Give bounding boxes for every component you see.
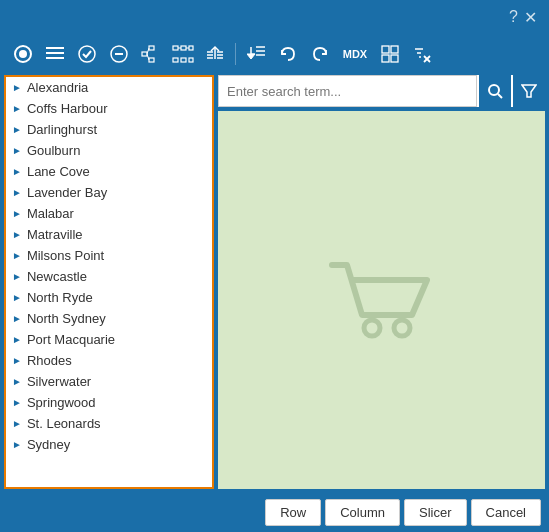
right-panel (218, 75, 545, 489)
column-button[interactable]: Column (325, 499, 400, 526)
toolbar: MDX (0, 35, 549, 73)
chevron-right-icon: ► (12, 124, 22, 135)
chevron-right-icon: ► (12, 145, 22, 156)
svg-rect-33 (382, 55, 389, 62)
svg-rect-31 (382, 46, 389, 53)
sort-button[interactable] (200, 39, 230, 69)
svg-rect-32 (391, 46, 398, 53)
undo-button[interactable] (273, 39, 303, 69)
member-list[interactable]: ►Alexandria►Coffs Harbour►Darlinghurst►G… (6, 77, 212, 487)
redo-button[interactable] (305, 39, 335, 69)
chevron-right-icon: ► (12, 439, 22, 450)
list-item[interactable]: ►Matraville (6, 224, 212, 245)
svg-rect-8 (142, 52, 147, 56)
svg-rect-17 (181, 58, 186, 62)
hierarchy-button[interactable] (136, 39, 166, 69)
chevron-right-icon: ► (12, 208, 22, 219)
chevron-right-icon: ► (12, 166, 22, 177)
list-item[interactable]: ►Sydney (6, 434, 212, 455)
list-item[interactable]: ►Newcastle (6, 266, 212, 287)
svg-rect-16 (173, 58, 178, 62)
slicer-button[interactable]: Slicer (404, 499, 467, 526)
list-item[interactable]: ►Alexandria (6, 77, 212, 98)
list-view-button[interactable] (40, 39, 70, 69)
list-item[interactable]: ►Port Macquarie (6, 329, 212, 350)
grid-button[interactable] (375, 39, 405, 69)
list-item[interactable]: ►Lavender Bay (6, 182, 212, 203)
list-item[interactable]: ►North Ryde (6, 287, 212, 308)
list-item[interactable]: ►Lane Cove (6, 161, 212, 182)
chevron-right-icon: ► (12, 355, 22, 366)
chevron-right-icon: ► (12, 250, 22, 261)
search-button[interactable] (479, 75, 511, 107)
svg-rect-18 (189, 58, 193, 62)
help-icon[interactable]: ? (509, 8, 518, 27)
list-item[interactable]: ►St. Leonards (6, 413, 212, 434)
list-item[interactable]: ►Coffs Harbour (6, 98, 212, 119)
svg-line-11 (147, 48, 149, 54)
chevron-right-icon: ► (12, 334, 22, 345)
svg-rect-15 (189, 46, 193, 50)
member-explorer-window: ? ✕ (0, 0, 549, 532)
select-all-button[interactable] (8, 39, 38, 69)
chevron-right-icon: ► (12, 103, 22, 114)
svg-rect-34 (391, 55, 398, 62)
svg-line-12 (147, 54, 149, 60)
svg-rect-2 (46, 47, 64, 49)
svg-rect-13 (173, 46, 178, 50)
cart-drop-area[interactable] (218, 111, 545, 489)
filter-button[interactable] (513, 75, 545, 107)
svg-point-44 (394, 320, 410, 336)
row-button[interactable]: Row (265, 499, 321, 526)
chevron-right-icon: ► (12, 82, 22, 93)
chevron-right-icon: ► (12, 397, 22, 408)
close-icon[interactable]: ✕ (524, 8, 537, 27)
chevron-right-icon: ► (12, 271, 22, 282)
svg-point-40 (489, 85, 499, 95)
chevron-right-icon: ► (12, 187, 22, 198)
list-item[interactable]: ►North Sydney (6, 308, 212, 329)
list-item[interactable]: ►Springwood (6, 392, 212, 413)
mdx-button[interactable]: MDX (337, 39, 373, 69)
main-content: ►Alexandria►Coffs Harbour►Darlinghurst►G… (0, 73, 549, 493)
svg-rect-9 (149, 46, 154, 50)
search-input[interactable] (218, 75, 477, 107)
svg-marker-42 (522, 85, 536, 97)
svg-line-41 (498, 94, 502, 98)
hierarchy-expand-button[interactable] (168, 39, 198, 69)
minus-button[interactable] (104, 39, 134, 69)
list-item[interactable]: ►Silverwater (6, 371, 212, 392)
filter-remove-button[interactable] (407, 39, 437, 69)
title-bar-icons: ? ✕ (509, 8, 537, 27)
chevron-right-icon: ► (12, 376, 22, 387)
chevron-right-icon: ► (12, 418, 22, 429)
chevron-right-icon: ► (12, 229, 22, 240)
toolbar-separator-1 (235, 43, 236, 65)
member-list-panel: ►Alexandria►Coffs Harbour►Darlinghurst►G… (4, 75, 214, 489)
list-item[interactable]: ►Darlinghurst (6, 119, 212, 140)
svg-rect-3 (46, 52, 64, 54)
cart-icon (322, 250, 442, 350)
cancel-button[interactable]: Cancel (471, 499, 541, 526)
chevron-right-icon: ► (12, 292, 22, 303)
footer: RowColumnSlicerCancel (0, 493, 549, 532)
download-button[interactable] (241, 39, 271, 69)
title-bar: ? ✕ (0, 0, 549, 35)
list-item[interactable]: ►Goulburn (6, 140, 212, 161)
chevron-right-icon: ► (12, 313, 22, 324)
list-item[interactable]: ►Malabar (6, 203, 212, 224)
svg-rect-10 (149, 58, 154, 62)
list-item[interactable]: ►Milsons Point (6, 245, 212, 266)
check-button[interactable] (72, 39, 102, 69)
svg-rect-4 (46, 57, 64, 59)
list-item[interactable]: ►Rhodes (6, 350, 212, 371)
svg-rect-14 (181, 46, 186, 50)
svg-point-5 (79, 46, 95, 62)
svg-point-1 (19, 50, 27, 58)
search-bar (218, 75, 545, 107)
svg-point-43 (364, 320, 380, 336)
